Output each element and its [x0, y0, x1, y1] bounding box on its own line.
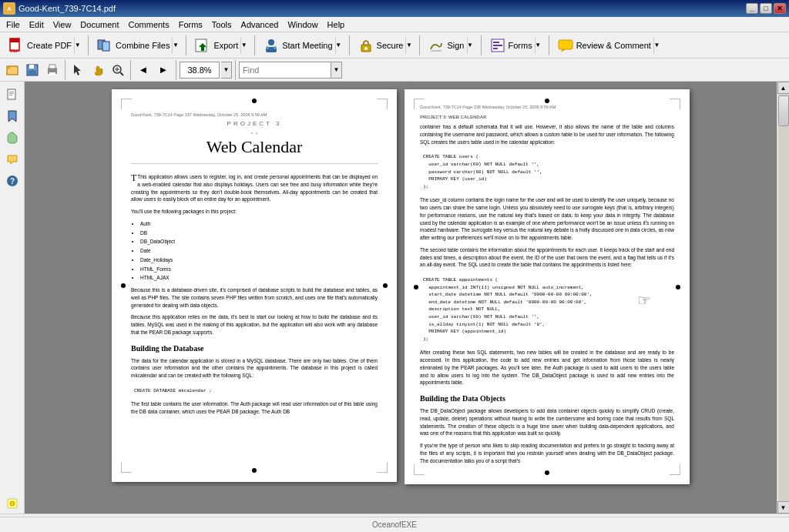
menu-comments[interactable]: Comments [124, 18, 174, 31]
scroll-down-button[interactable]: ▼ [777, 501, 790, 514]
zoom-dropdown[interactable]: ▼ [221, 62, 232, 79]
menu-window[interactable]: Window [283, 18, 322, 31]
separator [549, 35, 549, 55]
start-meeting-icon [263, 37, 280, 54]
scroll-up-button[interactable]: ▲ [777, 82, 790, 94]
prev-page-button[interactable]: ◄ [134, 61, 153, 79]
zoom-input[interactable] [180, 62, 220, 79]
svg-marker-19 [561, 49, 566, 52]
combine-files-icon [96, 37, 113, 54]
title-bar: A Good-Kent_739-7C14.pdf _ □ ✕ [0, 0, 789, 17]
search-input[interactable] [239, 62, 331, 79]
secure-label: Secure [377, 41, 404, 50]
sign-button[interactable]: Sign ▼ [423, 35, 477, 56]
close-button[interactable]: ✕ [774, 3, 786, 14]
list-item: Auth [140, 220, 378, 228]
create-pdf-dropdown[interactable]: ▼ [74, 37, 80, 54]
section-building-db: Building the Database [131, 343, 378, 354]
list-item: HTML_AJAX [140, 274, 378, 282]
svg-point-7 [268, 39, 274, 45]
maximize-button[interactable]: □ [760, 3, 772, 14]
window-controls: _ □ ✕ [746, 3, 786, 14]
minimize-button[interactable]: _ [746, 3, 758, 14]
menu-file[interactable]: File [2, 18, 25, 31]
menu-advanced[interactable]: Advanced [237, 18, 284, 31]
menu-forms[interactable]: Forms [174, 18, 207, 31]
right-para1: container has a default schemata that it… [420, 123, 674, 146]
left-panel: ? [0, 82, 25, 514]
right-para2: The user_id column contains the login na… [420, 196, 674, 242]
review-comment-icon [557, 37, 574, 54]
separator [254, 35, 255, 55]
project-sub: ⋆ ⋆ [131, 130, 378, 136]
secure-dropdown[interactable]: ▼ [405, 37, 411, 54]
para4: Because this application relies on the d… [131, 313, 378, 336]
vertical-scrollbar: ▲ ▼ [777, 82, 789, 514]
menu-document[interactable]: Document [76, 18, 123, 31]
menu-view[interactable]: View [49, 18, 76, 31]
marquee-zoom-button[interactable] [109, 61, 127, 79]
hand-tool-button[interactable] [89, 61, 107, 79]
svg-rect-17 [493, 48, 498, 49]
scroll-track[interactable] [778, 94, 789, 501]
start-meeting-button[interactable]: Start Meeting ▼ [258, 35, 345, 56]
help-panel-button[interactable]: ? [2, 171, 22, 191]
svg-marker-37 [8, 111, 16, 122]
svg-line-30 [120, 72, 123, 75]
svg-rect-27 [49, 72, 55, 75]
print-button[interactable] [43, 61, 62, 79]
sign-dropdown[interactable]: ▼ [467, 37, 473, 54]
svg-rect-18 [559, 40, 572, 49]
menu-help[interactable]: Help [323, 18, 350, 31]
status-bar: 8.50 x 11.00 in ◄ ► |◄ ◄ ► ►| / 22 ⊞ ⊟ [0, 514, 789, 532]
list-item: DB [140, 229, 378, 237]
toolbar-navigation: ◄ ► ▼ ▼ [0, 59, 789, 82]
building-db-text2: The first table contains the user inform… [131, 400, 378, 416]
bookmarks-panel-button[interactable] [2, 106, 22, 126]
secure-icon [358, 37, 374, 54]
separator [481, 35, 482, 55]
svg-rect-16 [493, 45, 502, 46]
search-dropdown[interactable]: ▼ [331, 62, 342, 79]
combine-files-button[interactable]: Combine Files ▼ [92, 35, 183, 56]
forms-dropdown[interactable]: ▼ [535, 37, 541, 54]
pages-panel-button[interactable] [2, 85, 22, 105]
save-button[interactable] [23, 61, 42, 79]
export-button[interactable]: Export ▼ [190, 35, 251, 56]
menu-edit[interactable]: Edit [25, 18, 49, 31]
forms-icon [489, 37, 506, 54]
document-area[interactable]: Good-Kent, 739-7C14 Page 337 Wednesday, … [25, 82, 777, 514]
open-button[interactable] [3, 61, 22, 79]
select-tool-button[interactable] [69, 61, 87, 79]
forms-button[interactable]: Forms ▼ [485, 35, 546, 56]
right-para3: The second table contains the informatio… [420, 246, 674, 269]
menu-tools[interactable]: Tools [207, 18, 237, 31]
create-pdf-button[interactable]: PDF Create PDF ▼ [3, 35, 85, 56]
page-header-right: Good-Kent, 739-7C14 Page 338 Wednesday, … [420, 105, 674, 111]
attachments-panel-button[interactable] [2, 128, 22, 148]
menu-bar: File Edit View Document Comments Forms T… [0, 17, 789, 32]
page-body-left: TThis application allows users to regist… [131, 173, 378, 416]
combine-files-dropdown[interactable]: ▼ [172, 37, 178, 54]
toolbar-main: PDF Create PDF ▼ Combine Files ▼ Export … [0, 32, 789, 59]
review-comment-dropdown[interactable]: ▼ [653, 37, 660, 54]
right-para4: After creating these two SQL statements,… [420, 349, 674, 386]
section-building-data: Building the Data Objects [420, 393, 674, 404]
svg-rect-15 [493, 42, 499, 43]
scroll-thumb[interactable] [778, 95, 789, 126]
svg-rect-4 [102, 42, 109, 51]
export-dropdown[interactable]: ▼ [240, 37, 247, 54]
page-right: ☞ Good-Kent, 739-7C14 Page 338 Wednesday… [405, 89, 690, 484]
review-comment-button[interactable]: Review & Comment ▼ [552, 35, 664, 56]
start-meeting-dropdown[interactable]: ▼ [335, 37, 341, 54]
separator [130, 60, 131, 80]
sticky-note-button[interactable] [2, 494, 22, 514]
project-title: Web Calendar [131, 137, 378, 164]
secure-button[interactable]: Secure ▼ [353, 35, 417, 56]
svg-rect-1 [10, 38, 19, 42]
para3: Because this is a database-driven site, … [131, 286, 378, 309]
list-item: HTML_Forms [140, 266, 378, 273]
next-page-button[interactable]: ► [154, 61, 173, 79]
svg-point-12 [364, 47, 368, 50]
comments-panel-button[interactable] [2, 149, 22, 169]
